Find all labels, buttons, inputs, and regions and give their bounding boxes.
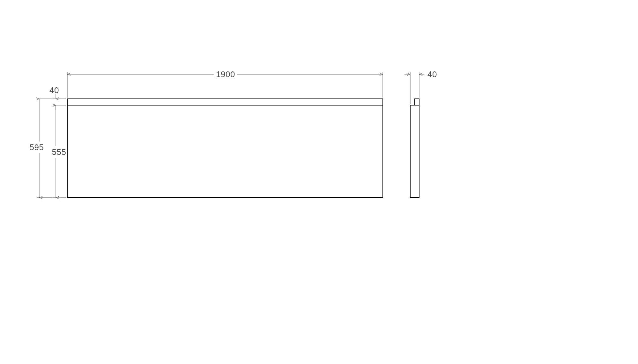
dim-thickness: 40 (404, 69, 437, 104)
dim-width-label: 1900 (216, 69, 235, 79)
svg-rect-18 (410, 105, 419, 198)
dim-top-lip: 40 (49, 85, 66, 110)
dim-top-lip-label: 40 (49, 85, 59, 95)
dim-total-height-label: 595 (30, 142, 44, 152)
dim-lower-height: 555 (52, 105, 66, 198)
dim-lower-height-label: 555 (52, 147, 66, 157)
front-elevation (67, 99, 383, 198)
dim-total-height: 595 (30, 99, 53, 198)
svg-rect-17 (415, 99, 419, 105)
dim-thickness-label: 40 (427, 69, 437, 79)
technical-drawing: 1900 40 555 595 40 (0, 0, 638, 364)
svg-rect-0 (67, 99, 383, 198)
dim-width: 1900 (67, 69, 383, 98)
side-elevation (410, 99, 419, 198)
